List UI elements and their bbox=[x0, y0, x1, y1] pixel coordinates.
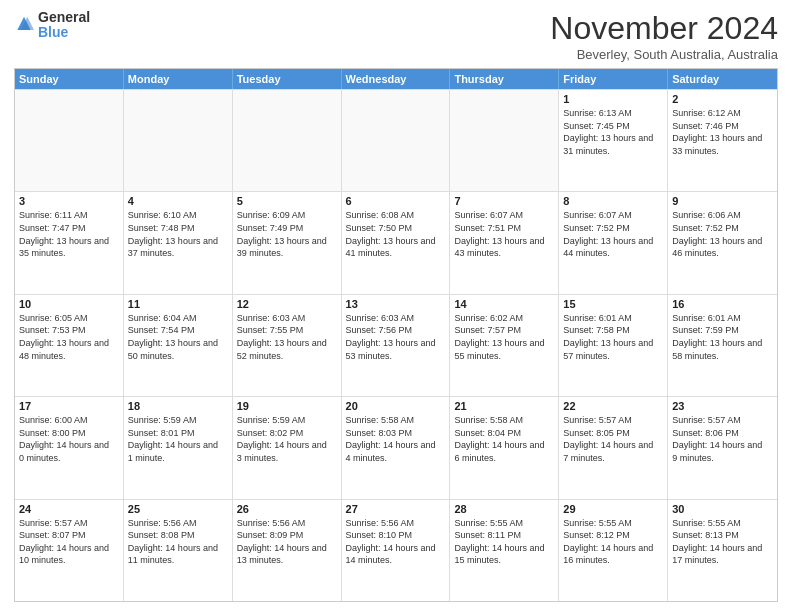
cell-info: Sunrise: 6:06 AMSunset: 7:52 PMDaylight:… bbox=[672, 209, 773, 259]
calendar-cell-20: 20Sunrise: 5:58 AMSunset: 8:03 PMDayligh… bbox=[342, 397, 451, 498]
cell-info: Sunrise: 6:09 AMSunset: 7:49 PMDaylight:… bbox=[237, 209, 337, 259]
cell-day-number: 10 bbox=[19, 298, 119, 310]
logo-blue: Blue bbox=[38, 25, 90, 40]
cell-day-number: 3 bbox=[19, 195, 119, 207]
cell-day-number: 29 bbox=[563, 503, 663, 515]
calendar-cell-19: 19Sunrise: 5:59 AMSunset: 8:02 PMDayligh… bbox=[233, 397, 342, 498]
cell-info: Sunrise: 6:03 AMSunset: 7:56 PMDaylight:… bbox=[346, 312, 446, 362]
calendar-cell-29: 29Sunrise: 5:55 AMSunset: 8:12 PMDayligh… bbox=[559, 500, 668, 601]
cell-info: Sunrise: 5:55 AMSunset: 8:13 PMDaylight:… bbox=[672, 517, 773, 567]
cell-info: Sunrise: 5:55 AMSunset: 8:11 PMDaylight:… bbox=[454, 517, 554, 567]
logo-icon bbox=[14, 15, 34, 35]
cell-day-number: 26 bbox=[237, 503, 337, 515]
cell-day-number: 5 bbox=[237, 195, 337, 207]
logo: General Blue bbox=[14, 10, 90, 41]
calendar-cell-8: 8Sunrise: 6:07 AMSunset: 7:52 PMDaylight… bbox=[559, 192, 668, 293]
page: General Blue November 2024 Beverley, Sou… bbox=[0, 0, 792, 612]
cell-day-number: 13 bbox=[346, 298, 446, 310]
cell-day-number: 21 bbox=[454, 400, 554, 412]
cell-day-number: 24 bbox=[19, 503, 119, 515]
cell-info: Sunrise: 6:05 AMSunset: 7:53 PMDaylight:… bbox=[19, 312, 119, 362]
cell-info: Sunrise: 6:13 AMSunset: 7:45 PMDaylight:… bbox=[563, 107, 663, 157]
cell-day-number: 27 bbox=[346, 503, 446, 515]
cell-day-number: 23 bbox=[672, 400, 773, 412]
cell-day-number: 6 bbox=[346, 195, 446, 207]
header-day-thursday: Thursday bbox=[450, 69, 559, 89]
cell-info: Sunrise: 6:04 AMSunset: 7:54 PMDaylight:… bbox=[128, 312, 228, 362]
calendar-cell-5: 5Sunrise: 6:09 AMSunset: 7:49 PMDaylight… bbox=[233, 192, 342, 293]
cell-info: Sunrise: 5:56 AMSunset: 8:09 PMDaylight:… bbox=[237, 517, 337, 567]
header: General Blue November 2024 Beverley, Sou… bbox=[14, 10, 778, 62]
cell-day-number: 30 bbox=[672, 503, 773, 515]
cell-day-number: 17 bbox=[19, 400, 119, 412]
cell-info: Sunrise: 5:56 AMSunset: 8:10 PMDaylight:… bbox=[346, 517, 446, 567]
calendar-cell-11: 11Sunrise: 6:04 AMSunset: 7:54 PMDayligh… bbox=[124, 295, 233, 396]
calendar-body: 1Sunrise: 6:13 AMSunset: 7:45 PMDaylight… bbox=[15, 89, 777, 601]
month-title: November 2024 bbox=[550, 10, 778, 47]
calendar-cell-empty-0-4 bbox=[450, 90, 559, 191]
cell-info: Sunrise: 5:58 AMSunset: 8:03 PMDaylight:… bbox=[346, 414, 446, 464]
calendar-cell-18: 18Sunrise: 5:59 AMSunset: 8:01 PMDayligh… bbox=[124, 397, 233, 498]
calendar-cell-empty-0-2 bbox=[233, 90, 342, 191]
cell-day-number: 15 bbox=[563, 298, 663, 310]
calendar-cell-empty-0-1 bbox=[124, 90, 233, 191]
calendar-cell-23: 23Sunrise: 5:57 AMSunset: 8:06 PMDayligh… bbox=[668, 397, 777, 498]
cell-info: Sunrise: 6:08 AMSunset: 7:50 PMDaylight:… bbox=[346, 209, 446, 259]
calendar-cell-1: 1Sunrise: 6:13 AMSunset: 7:45 PMDaylight… bbox=[559, 90, 668, 191]
calendar-cell-10: 10Sunrise: 6:05 AMSunset: 7:53 PMDayligh… bbox=[15, 295, 124, 396]
calendar-cell-13: 13Sunrise: 6:03 AMSunset: 7:56 PMDayligh… bbox=[342, 295, 451, 396]
cell-day-number: 11 bbox=[128, 298, 228, 310]
calendar-cell-22: 22Sunrise: 5:57 AMSunset: 8:05 PMDayligh… bbox=[559, 397, 668, 498]
cell-info: Sunrise: 6:03 AMSunset: 7:55 PMDaylight:… bbox=[237, 312, 337, 362]
cell-day-number: 16 bbox=[672, 298, 773, 310]
cell-info: Sunrise: 5:55 AMSunset: 8:12 PMDaylight:… bbox=[563, 517, 663, 567]
logo-text: General Blue bbox=[38, 10, 90, 41]
calendar-row-0: 1Sunrise: 6:13 AMSunset: 7:45 PMDaylight… bbox=[15, 89, 777, 191]
cell-day-number: 28 bbox=[454, 503, 554, 515]
calendar-cell-12: 12Sunrise: 6:03 AMSunset: 7:55 PMDayligh… bbox=[233, 295, 342, 396]
calendar-cell-4: 4Sunrise: 6:10 AMSunset: 7:48 PMDaylight… bbox=[124, 192, 233, 293]
cell-info: Sunrise: 6:01 AMSunset: 7:58 PMDaylight:… bbox=[563, 312, 663, 362]
cell-info: Sunrise: 6:07 AMSunset: 7:52 PMDaylight:… bbox=[563, 209, 663, 259]
cell-day-number: 8 bbox=[563, 195, 663, 207]
calendar-cell-3: 3Sunrise: 6:11 AMSunset: 7:47 PMDaylight… bbox=[15, 192, 124, 293]
cell-info: Sunrise: 6:01 AMSunset: 7:59 PMDaylight:… bbox=[672, 312, 773, 362]
cell-day-number: 14 bbox=[454, 298, 554, 310]
cell-info: Sunrise: 5:57 AMSunset: 8:06 PMDaylight:… bbox=[672, 414, 773, 464]
cell-day-number: 20 bbox=[346, 400, 446, 412]
cell-day-number: 1 bbox=[563, 93, 663, 105]
calendar-cell-27: 27Sunrise: 5:56 AMSunset: 8:10 PMDayligh… bbox=[342, 500, 451, 601]
cell-day-number: 9 bbox=[672, 195, 773, 207]
header-day-saturday: Saturday bbox=[668, 69, 777, 89]
header-day-friday: Friday bbox=[559, 69, 668, 89]
calendar-cell-2: 2Sunrise: 6:12 AMSunset: 7:46 PMDaylight… bbox=[668, 90, 777, 191]
cell-info: Sunrise: 5:56 AMSunset: 8:08 PMDaylight:… bbox=[128, 517, 228, 567]
cell-day-number: 2 bbox=[672, 93, 773, 105]
calendar-cell-16: 16Sunrise: 6:01 AMSunset: 7:59 PMDayligh… bbox=[668, 295, 777, 396]
logo-general: General bbox=[38, 10, 90, 25]
calendar-cell-26: 26Sunrise: 5:56 AMSunset: 8:09 PMDayligh… bbox=[233, 500, 342, 601]
header-day-wednesday: Wednesday bbox=[342, 69, 451, 89]
cell-info: Sunrise: 6:11 AMSunset: 7:47 PMDaylight:… bbox=[19, 209, 119, 259]
cell-info: Sunrise: 6:02 AMSunset: 7:57 PMDaylight:… bbox=[454, 312, 554, 362]
calendar-row-4: 24Sunrise: 5:57 AMSunset: 8:07 PMDayligh… bbox=[15, 499, 777, 601]
cell-day-number: 22 bbox=[563, 400, 663, 412]
cell-day-number: 12 bbox=[237, 298, 337, 310]
calendar-cell-7: 7Sunrise: 6:07 AMSunset: 7:51 PMDaylight… bbox=[450, 192, 559, 293]
calendar-cell-25: 25Sunrise: 5:56 AMSunset: 8:08 PMDayligh… bbox=[124, 500, 233, 601]
calendar-cell-6: 6Sunrise: 6:08 AMSunset: 7:50 PMDaylight… bbox=[342, 192, 451, 293]
location: Beverley, South Australia, Australia bbox=[550, 47, 778, 62]
cell-day-number: 7 bbox=[454, 195, 554, 207]
calendar-header: SundayMondayTuesdayWednesdayThursdayFrid… bbox=[15, 69, 777, 89]
cell-day-number: 4 bbox=[128, 195, 228, 207]
cell-info: Sunrise: 6:00 AMSunset: 8:00 PMDaylight:… bbox=[19, 414, 119, 464]
calendar-cell-15: 15Sunrise: 6:01 AMSunset: 7:58 PMDayligh… bbox=[559, 295, 668, 396]
cell-info: Sunrise: 5:57 AMSunset: 8:05 PMDaylight:… bbox=[563, 414, 663, 464]
cell-info: Sunrise: 5:59 AMSunset: 8:02 PMDaylight:… bbox=[237, 414, 337, 464]
calendar-row-2: 10Sunrise: 6:05 AMSunset: 7:53 PMDayligh… bbox=[15, 294, 777, 396]
title-block: November 2024 Beverley, South Australia,… bbox=[550, 10, 778, 62]
calendar-row-1: 3Sunrise: 6:11 AMSunset: 7:47 PMDaylight… bbox=[15, 191, 777, 293]
cell-info: Sunrise: 5:59 AMSunset: 8:01 PMDaylight:… bbox=[128, 414, 228, 464]
calendar-cell-9: 9Sunrise: 6:06 AMSunset: 7:52 PMDaylight… bbox=[668, 192, 777, 293]
calendar-cell-24: 24Sunrise: 5:57 AMSunset: 8:07 PMDayligh… bbox=[15, 500, 124, 601]
